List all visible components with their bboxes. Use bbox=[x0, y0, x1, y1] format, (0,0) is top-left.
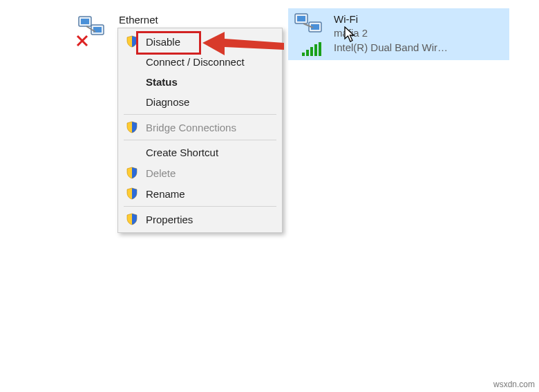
network-connections-view: Ethernet Wi-Fi mafia 2 Intel(R) Dual Ban… bbox=[0, 0, 539, 392]
menu-connect-label: Connect / Disconnect bbox=[146, 56, 245, 68]
adapter-wifi[interactable]: Wi-Fi mafia 2 Intel(R) Dual Band Wire... bbox=[288, 8, 509, 60]
menu-separator bbox=[124, 140, 276, 140]
menu-status-label: Status bbox=[146, 76, 178, 88]
menu-disable-label: Disable bbox=[146, 36, 180, 48]
context-menu: Disable Connect / Disconnect Status Diag… bbox=[117, 28, 283, 233]
menu-properties[interactable]: Properties bbox=[120, 209, 281, 230]
shield-icon bbox=[125, 167, 139, 179]
menu-separator bbox=[124, 206, 276, 207]
menu-status[interactable]: Status bbox=[120, 72, 281, 92]
menu-create-shortcut[interactable]: Create Shortcut bbox=[120, 142, 281, 162]
watermark: wsxdn.com bbox=[493, 380, 535, 389]
wifi-signal-icon bbox=[302, 42, 321, 56]
shield-icon bbox=[125, 213, 139, 225]
adapter-wifi-label: Wi-Fi bbox=[334, 12, 451, 26]
menu-separator bbox=[124, 114, 276, 115]
menu-diagnose-label: Diagnose bbox=[146, 96, 189, 108]
adapter-wifi-ssid: mafia 2 bbox=[334, 26, 451, 40]
wifi-adapter-icon bbox=[294, 12, 328, 39]
menu-rename[interactable]: Rename bbox=[120, 183, 281, 204]
ethernet-disconnected-icon bbox=[76, 12, 112, 50]
svg-rect-8 bbox=[297, 16, 305, 21]
menu-rename-label: Rename bbox=[146, 188, 185, 200]
menu-connect-disconnect[interactable]: Connect / Disconnect bbox=[120, 52, 281, 72]
menu-shortcut-label: Create Shortcut bbox=[146, 147, 218, 158]
shield-icon bbox=[125, 187, 139, 200]
shield-icon bbox=[125, 35, 139, 48]
menu-delete: Delete bbox=[120, 162, 281, 183]
shield-icon bbox=[125, 121, 139, 133]
adapter-ethernet-label: Ethernet bbox=[119, 12, 158, 26]
svg-rect-1 bbox=[81, 19, 89, 24]
menu-diagnose[interactable]: Diagnose bbox=[120, 92, 281, 112]
menu-bridge-label: Bridge Connections bbox=[146, 122, 236, 133]
menu-properties-label: Properties bbox=[146, 214, 193, 225]
menu-delete-label: Delete bbox=[146, 167, 176, 179]
adapter-wifi-device: Intel(R) Dual Band Wire... bbox=[334, 41, 451, 55]
menu-bridge: Bridge Connections bbox=[120, 117, 281, 138]
menu-disable[interactable]: Disable bbox=[120, 31, 281, 52]
